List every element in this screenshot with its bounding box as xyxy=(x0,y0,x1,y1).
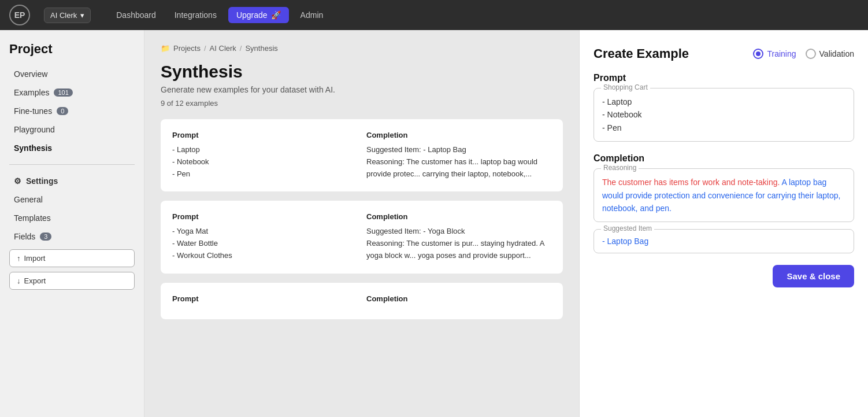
import-button[interactable]: Import xyxy=(9,249,135,267)
card-2-completion: Completion Suggested Item: - Yoga Block … xyxy=(366,212,551,261)
page-subtitle: Generate new examples for your dataset w… xyxy=(161,85,563,94)
sidebar-item-general[interactable]: General xyxy=(9,191,135,208)
prompt-field-content: - Laptop - Notebook - Pen xyxy=(602,95,845,134)
sidebar-item-synthesis[interactable]: Synthesis xyxy=(9,140,135,156)
card-3-prompt: Prompt xyxy=(172,294,357,308)
topnav: EP AI Clerk ▾ Dashboard Integrations Upg… xyxy=(0,0,868,30)
save-close-button[interactable]: Save & close xyxy=(773,265,854,287)
card-1-completion-content: Suggested Item: - Laptop Bag Reasoning: … xyxy=(366,144,551,180)
upgrade-button[interactable]: Upgrade 🚀 xyxy=(228,7,289,23)
fine-tunes-badge: 0 xyxy=(57,107,68,115)
suggested-item-field[interactable]: Suggested Item - Laptop Bag xyxy=(593,229,854,253)
prompt-section: Prompt Shopping Cart - Laptop - Notebook… xyxy=(593,73,854,142)
right-panel: Create Example Training Validation Promp… xyxy=(579,30,868,417)
card-1-prompt: Prompt - Laptop - Notebook - Pen xyxy=(172,131,357,180)
sidebar: Project Overview Examples 101 Fine-tunes… xyxy=(0,30,144,417)
card-1-prompt-content: - Laptop - Notebook - Pen xyxy=(172,144,357,180)
radio-validation-label: Validation xyxy=(819,49,854,58)
radio-training[interactable]: Training xyxy=(753,49,796,59)
panel-title: Create Example xyxy=(593,46,689,61)
sidebar-item-playground[interactable]: Playground xyxy=(9,121,135,138)
rocket-icon: 🚀 xyxy=(271,10,281,20)
card-2-prompt: Prompt - Yoga Mat - Water Bottle - Worko… xyxy=(172,212,357,261)
shopping-cart-field[interactable]: Shopping Cart - Laptop - Notebook - Pen xyxy=(593,88,854,142)
example-card-1: Prompt - Laptop - Notebook - Pen Complet… xyxy=(161,119,563,191)
fields-badge: 3 xyxy=(40,233,51,241)
sidebar-item-fine-tunes[interactable]: Fine-tunes 0 xyxy=(9,103,135,119)
reasoning-field[interactable]: Reasoning The customer has items for wor… xyxy=(593,168,854,222)
sidebar-divider xyxy=(9,164,135,165)
radio-training-label: Training xyxy=(767,49,796,58)
breadcrumb-folder-icon: 📁 xyxy=(161,44,170,53)
radio-validation[interactable]: Validation xyxy=(806,49,854,59)
example-card-3: Prompt Completion xyxy=(161,283,563,319)
radio-group: Training Validation xyxy=(753,49,854,59)
radio-training-circle xyxy=(753,49,763,59)
nav-dashboard[interactable]: Dashboard xyxy=(109,7,163,23)
card-1-prompt-header: Prompt xyxy=(172,131,357,139)
sidebar-item-overview[interactable]: Overview xyxy=(9,66,135,82)
project-title: Project xyxy=(9,42,135,57)
shopping-cart-label: Shopping Cart xyxy=(601,83,650,91)
sidebar-item-fields[interactable]: Fields 3 xyxy=(9,228,135,245)
page-title: Synthesis xyxy=(161,62,563,82)
reasoning-label: Reasoning xyxy=(601,164,639,172)
settings-section-header: Settings xyxy=(9,173,135,189)
nav-integrations[interactable]: Integrations xyxy=(168,7,224,23)
card-2-completion-header: Completion xyxy=(366,212,551,221)
logo-icon: EP xyxy=(9,5,30,25)
download-icon xyxy=(17,276,21,285)
card-1-completion-header: Completion xyxy=(366,131,551,139)
completion-section: Completion Reasoning The customer has it… xyxy=(593,153,854,253)
card-2-completion-content: Suggested Item: - Yoga Block Reasoning: … xyxy=(366,226,551,261)
radio-validation-circle xyxy=(806,49,816,59)
nav-admin[interactable]: Admin xyxy=(294,7,331,23)
upload-icon xyxy=(17,254,21,263)
examples-count: 9 of 12 examples xyxy=(161,99,563,108)
chevron-down-icon: ▾ xyxy=(80,11,84,20)
example-card-2: Prompt - Yoga Mat - Water Bottle - Worko… xyxy=(161,201,563,273)
main-layout: Project Overview Examples 101 Fine-tunes… xyxy=(0,30,868,417)
card-2-prompt-header: Prompt xyxy=(172,212,357,221)
breadcrumb: 📁 Projects / AI Clerk / Synthesis xyxy=(161,44,563,53)
reasoning-content: The customer has items for work and note… xyxy=(602,176,845,215)
panel-header: Create Example Training Validation xyxy=(593,46,854,61)
sidebar-item-templates[interactable]: Templates xyxy=(9,210,135,226)
card-3-completion: Completion xyxy=(366,294,551,308)
sidebar-item-examples[interactable]: Examples 101 xyxy=(9,84,135,101)
completion-section-title: Completion xyxy=(593,153,854,164)
card-1-completion: Completion Suggested Item: - Laptop Bag … xyxy=(366,131,551,180)
prompt-section-title: Prompt xyxy=(593,73,854,83)
suggested-item-content: - Laptop Bag xyxy=(602,237,845,246)
main-content: 📁 Projects / AI Clerk / Synthesis Synthe… xyxy=(144,30,579,417)
project-selector[interactable]: AI Clerk ▾ xyxy=(44,8,91,23)
card-3-prompt-header: Prompt xyxy=(172,294,357,303)
gear-icon xyxy=(14,176,21,186)
card-2-prompt-content: - Yoga Mat - Water Bottle - Workout Clot… xyxy=(172,226,357,261)
card-3-completion-header: Completion xyxy=(366,294,551,303)
examples-badge: 101 xyxy=(54,88,72,97)
nav-links: Dashboard Integrations Upgrade 🚀 Admin xyxy=(109,7,330,23)
suggested-item-label: Suggested Item xyxy=(601,224,654,233)
export-button[interactable]: Export xyxy=(9,272,135,290)
